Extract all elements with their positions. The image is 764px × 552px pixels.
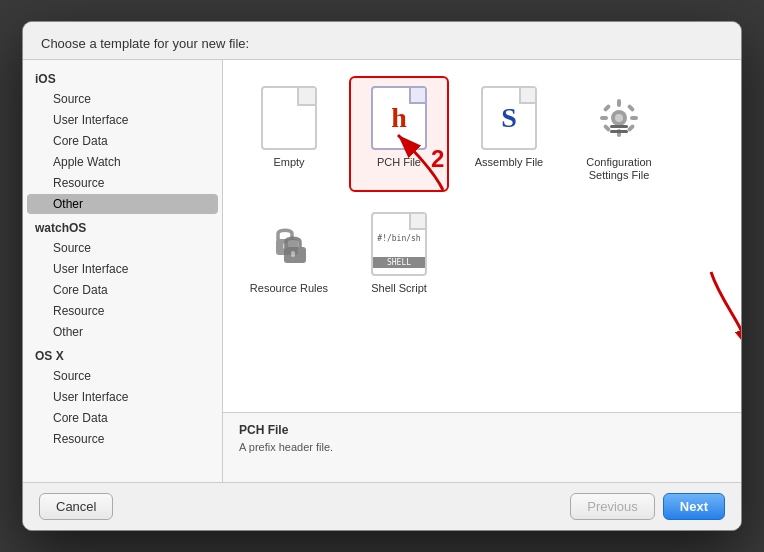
svg-point-4 [615, 114, 623, 122]
template-description: PCH File A prefix header file. [223, 412, 741, 482]
svg-rect-7 [600, 116, 608, 120]
template-label-resource-rules: Resource Rules [250, 282, 328, 295]
sidebar-item-watchos-source[interactable]: Source [27, 238, 218, 258]
sidebar: iOS Source User Interface Core Data Appl… [23, 60, 223, 482]
sidebar-item-ios-source[interactable]: Source [27, 89, 218, 109]
sidebar-item-ios-apple-watch[interactable]: Apple Watch [27, 152, 218, 172]
template-item-config[interactable]: Configuration Settings File [569, 76, 669, 192]
sidebar-section-osx: OS X [23, 343, 222, 365]
template-item-resource-rules[interactable]: Resource Rules [239, 202, 339, 305]
template-label-assembly: Assembly File [475, 156, 543, 169]
template-grid: 1 2 [223, 60, 741, 412]
dialog-footer: Cancel Previous Next [23, 482, 741, 530]
dialog-title: Choose a template for your new file: [23, 22, 741, 59]
new-file-dialog: Choose a template for your new file: iOS… [22, 21, 742, 531]
resource-rules-icon [257, 212, 321, 276]
selected-template-title: PCH File [239, 423, 725, 437]
svg-rect-5 [617, 99, 621, 107]
shell-icon: #!/bin/sh SHELL [367, 212, 431, 276]
svg-rect-12 [627, 124, 635, 132]
sidebar-item-ios-resource[interactable]: Resource [27, 173, 218, 193]
sidebar-item-ios-user-interface[interactable]: User Interface [27, 110, 218, 130]
sidebar-item-watchos-resource[interactable]: Resource [27, 301, 218, 321]
svg-rect-10 [627, 104, 635, 112]
footer-right: Previous Next [570, 493, 725, 520]
sidebar-item-osx-core-data[interactable]: Core Data [27, 408, 218, 428]
template-label-empty: Empty [273, 156, 304, 169]
config-icon [587, 86, 651, 150]
svg-rect-9 [603, 104, 611, 112]
empty-icon [257, 86, 321, 150]
template-item-shell[interactable]: #!/bin/sh SHELL Shell Script [349, 202, 449, 305]
previous-button[interactable]: Previous [570, 493, 655, 520]
sidebar-item-osx-user-interface[interactable]: User Interface [27, 387, 218, 407]
sidebar-section-ios: iOS [23, 66, 222, 88]
template-item-empty[interactable]: Empty [239, 76, 339, 192]
sidebar-section-watchos: watchOS [23, 215, 222, 237]
sidebar-item-watchos-user-interface[interactable]: User Interface [27, 259, 218, 279]
sidebar-item-ios-other[interactable]: Other [27, 194, 218, 214]
annotation-3-arrow [691, 262, 741, 362]
assembly-icon: S [477, 86, 541, 150]
content-area: 1 2 [223, 60, 741, 482]
template-item-pch[interactable]: h PCH File [349, 76, 449, 192]
sidebar-item-osx-resource[interactable]: Resource [27, 429, 218, 449]
next-button[interactable]: Next [663, 493, 725, 520]
sidebar-item-osx-source[interactable]: Source [27, 366, 218, 386]
svg-rect-18 [291, 251, 295, 257]
svg-rect-13 [610, 125, 628, 128]
pch-icon: h [367, 86, 431, 150]
sidebar-item-watchos-core-data[interactable]: Core Data [27, 280, 218, 300]
cancel-button[interactable]: Cancel [39, 493, 113, 520]
sidebar-item-ios-core-data[interactable]: Core Data [27, 131, 218, 151]
sidebar-item-watchos-other[interactable]: Other [27, 322, 218, 342]
selected-template-description: A prefix header file. [239, 441, 725, 453]
dialog-body: iOS Source User Interface Core Data Appl… [23, 59, 741, 482]
template-label-config: Configuration Settings File [577, 156, 661, 182]
template-item-assembly[interactable]: S Assembly File [459, 76, 559, 192]
svg-rect-8 [630, 116, 638, 120]
svg-rect-11 [603, 124, 611, 132]
template-label-shell: Shell Script [371, 282, 427, 295]
template-label-pch: PCH File [377, 156, 421, 169]
svg-rect-14 [610, 130, 628, 133]
